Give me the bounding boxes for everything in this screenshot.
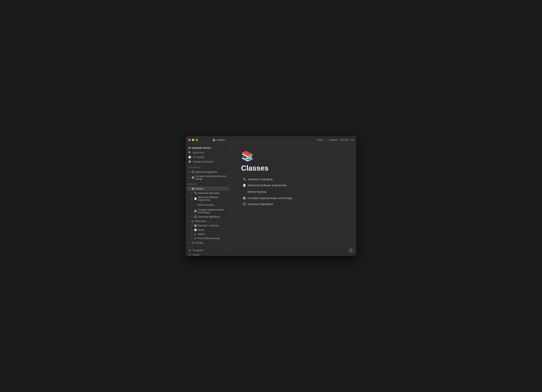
import-label: Import [193,253,199,256]
toolbar-actions: Share ✓ Updates Favorite ••• [317,138,354,142]
chevron-down-icon: ▼ [188,188,190,189]
list-item-adv-software[interactable]: 📋 Advanced Software Engineering [241,183,345,188]
list-item-adv-operating[interactable]: 🔧 Advanced Operating [241,177,345,182]
sidebar: 🗂 Graduate School ⌄ 🔍 Quick Find 🕐 All U… [186,144,230,256]
gear-icon: ⚙️ [191,176,195,179]
dot-icon: · [194,203,197,207]
list-item-ethical-hacking[interactable]: · Ethical Hacking [241,188,345,195]
sidebar-top: 🗂 Graduate School ⌄ 🔍 Quick Find 🕐 All U… [186,144,230,165]
main-layout: 🗂 Graduate School ⌄ 🔍 Quick Find 🕐 All U… [186,144,356,256]
workspace-name: Graduate School [192,146,211,149]
sidebar-item-templates[interactable]: ⊞ Templates [187,248,229,252]
back-button[interactable]: ← [201,138,205,142]
sidebar-item-compiler-fav[interactable]: ▶ ⚙️ Compiler Implementation and Design [187,174,229,181]
chevron-icon: ▶ [188,171,190,173]
chevron-icon: ▶ [188,242,190,243]
sidebar-item-ethical-hacking[interactable]: ▶ · Ethical Hacking [187,202,229,208]
gear-icon: ⚙️ [243,196,246,200]
chevron-icon: ▶ [191,204,193,206]
clipboard-icon: 📋 [194,197,197,200]
compiler-item-label: Compiler Implementation and Design [248,197,293,200]
sidebar-item-compiler[interactable]: ▶ ⚙️ Compiler Implementation and Design [187,208,229,215]
clock-icon: 🕐 [188,156,191,158]
adv-software-label: Advanced Software Engineering [198,196,228,201]
page-heading: Classes [241,164,345,172]
content-area: 📚 Classes 🔧 Advanced Operating 📋 Advance… [230,144,356,256]
sidebar-item-adv-software[interactable]: ▶ 📋 Advanced Software Engineering [187,195,229,202]
gear-icon: ⚙️ [194,209,197,213]
favorite-button[interactable]: Favorite [340,139,348,141]
chevron-icon: ▶ [191,210,193,212]
sidebar-item-import[interactable]: ⬇ Import [187,252,229,256]
chevron-down-icon: ▼ [188,220,190,222]
chevron-icon: ▶ [191,237,193,239]
sidebar-item-all-updates[interactable]: 🕐 All Updates [187,155,229,159]
list-item-compiler[interactable]: ⚙️ Compiler Implementation and Design [241,195,345,201]
sidebar-item-settings[interactable]: ⚙️ Settings & Members [187,159,229,164]
chevron-icon: ▶ [191,229,193,231]
wrench-icon: 🔧 [243,177,246,181]
minimize-button[interactable] [192,139,194,141]
sidebar-item-adv-algo[interactable]: ▶ ♻️ Advanced Algorithms [187,215,229,219]
maximize-button[interactable] [195,139,198,141]
quick-find-label: Quick Find [193,151,204,154]
private-section: ▼ 📚 Classes ▶ 🔧 Advanced Operating ▶ 📋 A… [186,186,230,245]
sidebar-item-archive[interactable]: ▶ 🗂 Archive [187,240,229,245]
books-icon: 📚 [191,187,195,190]
sidebar-item-classes[interactable]: ▼ 📚 Classes [187,186,229,191]
sidebar-item-quick-find[interactable]: 🔍 Quick Find [187,150,229,155]
sidebar-item-books[interactable]: ▶ 📋 Books [187,228,229,232]
chevron-icon: ▶ [191,216,193,218]
help-button[interactable]: ? [348,248,353,253]
clipboard-icon: 📋 [243,183,246,187]
app-window: ← → 📚 Classes Share ✓ Updates Favorite •… [186,136,356,256]
folder-icon: 🗂 [191,220,195,222]
templates-label: Templates [193,249,203,252]
private-section-label: PRIVATE [186,181,230,186]
workspace-header[interactable]: 🗂 Graduate School ⌄ [187,145,229,150]
sidebar-item-front-end[interactable]: ▶ 🗂 Front End Resources [187,236,229,240]
sidebar-item-reading-listening[interactable]: ▶ 📚 Reading + Listening [187,223,229,228]
compiler-fav-label: Compiler Implementation and Design [195,175,228,180]
page-list: 🔧 Advanced Operating 📋 Advanced Software… [241,177,345,207]
favorites-section: ▶ ♻️ Advanced Algorithms ▶ ⚙️ Compiler I… [186,169,230,181]
more-button[interactable]: ••• [351,138,354,142]
chevron-icon: ▶ [191,192,193,194]
gear-icon: ⚙️ [188,160,191,163]
import-icon: ⬇ [188,253,191,256]
search-icon: 🔍 [188,151,191,154]
front-end-label: Front End Resources [198,237,228,240]
sidebar-item-videos[interactable]: ▶ ▬ Videos [187,232,229,236]
adv-operating-item-label: Advanced Operating [248,178,272,181]
list-item-adv-algo[interactable]: ♻️ Advanced Algorithms [241,201,345,207]
settings-label: Settings & Members [193,160,214,163]
page-emoji: 📚 [241,151,345,161]
recycle-icon: ♻️ [243,202,246,206]
updates-button[interactable]: Updates [329,139,338,141]
traffic-lights [188,139,198,141]
sidebar-item-adv-operating[interactable]: ▶ 🔧 Advanced Operating [187,191,229,195]
sidebar-item-adv-algo-fav[interactable]: ▶ ♻️ Advanced Algorithms [187,170,229,174]
adv-algo-fav-label: Advanced Algorithms [195,171,228,173]
favorites-section-label: FAVORITES [186,165,230,169]
books-icon: 📚 [194,224,197,227]
archive-icon: 🗂 [191,241,195,244]
wrench-icon: 🔧 [194,192,197,194]
chevron-icon: ▶ [191,233,193,235]
share-button[interactable]: Share [317,139,323,141]
adv-algo-label: Advanced Algorithms [198,215,228,218]
video-icon: ▬ [194,233,197,235]
close-button[interactable] [188,139,191,141]
chevron-icon: ▶ [191,225,193,226]
recycle-icon: ♻️ [194,215,197,218]
updates-checkmark: ✓ [325,139,327,141]
workspace-chevron: ⌄ [212,147,213,149]
clipboard-icon: 📋 [194,228,197,231]
chevron-icon: ▶ [191,198,193,199]
ethical-hacking-item-label: Ethical Hacking [248,190,266,193]
page-icon: 📚 [212,139,216,141]
sidebar-item-resources[interactable]: ▼ 🗂 Resources [187,219,229,223]
resources-label: Resources [195,220,228,222]
classes-label: Classes [195,187,228,190]
forward-button[interactable]: → [207,138,211,142]
